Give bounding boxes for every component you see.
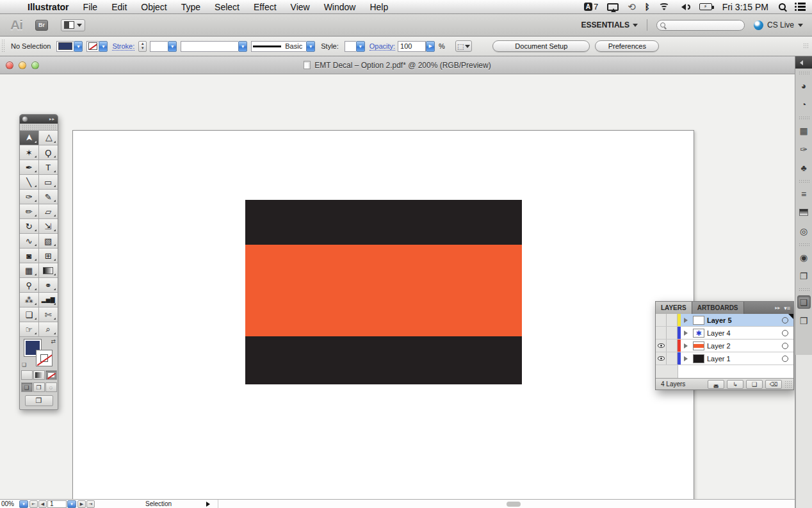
stroke-color-control[interactable]: ▼ (86, 41, 108, 52)
wifi-menu[interactable] (659, 3, 669, 11)
new-layer-button[interactable]: ❑ (746, 380, 763, 389)
lock-toggle[interactable] (667, 352, 678, 365)
transparency-panel-icon[interactable]: ◎ (797, 224, 811, 238)
dock-grip[interactable] (799, 243, 809, 247)
bluetooth-menu[interactable]: ᛒ (645, 2, 650, 12)
menu-item-illustrator[interactable]: Illustrator (20, 0, 76, 14)
tab-layers[interactable]: LAYERS (656, 302, 692, 314)
brushes-panel-icon[interactable]: ✑ (797, 142, 811, 156)
layer-main[interactable]: ✱Layer 4 (681, 327, 793, 339)
expand-triangle-icon[interactable] (684, 356, 690, 361)
decal-artwork[interactable] (245, 200, 522, 384)
visibility-toggle[interactable] (656, 352, 667, 365)
expand-triangle-icon[interactable] (684, 318, 690, 323)
panel-grip[interactable] (1, 39, 4, 53)
input-source-menu[interactable]: A 7 (584, 2, 598, 12)
stroke-panel-link[interactable]: Stroke: (112, 42, 134, 51)
color-mode-gradient[interactable] (33, 370, 45, 380)
collapse-panel-icon[interactable]: ▸▸ (49, 117, 55, 122)
tool-pen[interactable]: ✒ (20, 160, 39, 175)
tool-direct-selection[interactable]: ▷ (39, 131, 58, 145)
last-artboard-button[interactable]: ⇥ (86, 500, 95, 508)
horizontal-scrollbar[interactable] (218, 500, 795, 508)
color-mode-color[interactable] (21, 370, 33, 380)
layer-row[interactable]: Layer 1 (656, 352, 793, 365)
layer-row[interactable]: Layer 5 (656, 314, 793, 327)
appearance-panel-icon[interactable]: ◉ (797, 250, 811, 264)
artboard-dropdown-button[interactable]: ▼ (67, 500, 76, 508)
decal-bottom-dark-band[interactable] (245, 336, 522, 384)
battery-menu[interactable]: ⚡ (699, 3, 712, 10)
layer-main[interactable]: Layer 1 (681, 352, 793, 365)
width-profile-select[interactable]: ▼ (181, 41, 247, 52)
notification-list-menu[interactable] (795, 3, 806, 11)
tool-eyedropper[interactable]: ⚲ (20, 278, 39, 293)
visibility-toggle[interactable] (656, 340, 667, 352)
stroke-proxy[interactable] (36, 350, 53, 366)
search-input[interactable] (656, 20, 745, 31)
tool-line[interactable]: ╲ (20, 175, 39, 190)
decal-orange-band[interactable] (245, 245, 522, 336)
menu-item-type[interactable]: Type (174, 0, 207, 14)
tool-selection[interactable]: ➤ (20, 131, 39, 145)
symbols-panel-icon[interactable]: ♣ (797, 161, 811, 174)
visibility-toggle[interactable] (656, 327, 667, 339)
time-machine-menu[interactable]: ⟲ (628, 1, 636, 13)
volume-menu[interactable] (678, 4, 690, 10)
prev-artboard-button[interactable]: ◀ (38, 500, 47, 508)
color-guide-panel-icon[interactable]: ◔ (797, 97, 811, 111)
layer-name[interactable]: Layer 5 (707, 316, 779, 324)
dock-header[interactable] (795, 56, 812, 69)
layers-panel-icon[interactable]: ❏ (797, 295, 811, 309)
stroke-weight-stepper[interactable]: ▲▼ (138, 41, 147, 52)
mode-draw-behind[interactable]: ❐ (33, 382, 45, 392)
opacity-field[interactable]: 100 (398, 41, 426, 52)
graphic-style-select[interactable]: ▼ (345, 41, 365, 52)
spotlight-menu[interactable] (779, 3, 786, 10)
screen-mode-button[interactable]: ❐ (25, 395, 53, 406)
tool-shape-builder[interactable]: ◙ (20, 249, 39, 263)
menu-item-object[interactable]: Object (134, 0, 174, 14)
layer-target-circle[interactable] (782, 343, 788, 349)
mode-draw-inside[interactable]: ◌ (45, 382, 57, 392)
panel-close-knob[interactable] (22, 117, 28, 122)
layer-target-circle[interactable] (782, 356, 788, 362)
opacity-panel-link[interactable]: Opacity: (369, 42, 395, 51)
expand-triangle-icon[interactable] (684, 343, 690, 348)
layer-row[interactable]: ✱Layer 4 (656, 327, 793, 340)
make-clipping-mask-button[interactable]: ◛ (708, 380, 724, 389)
lock-toggle[interactable] (667, 340, 678, 352)
layer-row[interactable]: Layer 2 (656, 340, 793, 352)
tool-free-transform[interactable]: ▧ (39, 234, 58, 249)
scrollbar-thumb[interactable] (507, 502, 521, 507)
isolate-selected-object-button[interactable]: ⬚ (455, 40, 472, 52)
bridge-button[interactable]: Br (35, 20, 48, 31)
next-artboard-button[interactable]: ▶ (77, 500, 86, 508)
dock-grip[interactable] (799, 71, 809, 75)
tool-lasso[interactable]: Ϙ (39, 145, 58, 160)
stroke-weight-select[interactable]: ▼ (150, 41, 177, 52)
brush-definition-select[interactable]: Basic ▼ (251, 41, 315, 52)
menu-item-window[interactable]: Window (317, 0, 363, 14)
preferences-button[interactable]: Preferences (595, 40, 659, 52)
menu-item-view[interactable]: View (284, 0, 317, 14)
dock-grip[interactable] (799, 288, 809, 291)
mode-draw-normal[interactable]: ❏ (21, 382, 33, 392)
menu-item-file[interactable]: File (76, 0, 105, 14)
tool-gradient[interactable]: ■ (39, 263, 58, 278)
dock-grip[interactable] (799, 179, 809, 183)
delete-layer-button[interactable]: ⌫ (765, 380, 782, 389)
fill-color-control[interactable]: ▼ (56, 41, 83, 52)
color-panel-icon[interactable]: ◕ (797, 79, 811, 92)
gradient-panel-icon[interactable] (797, 206, 811, 219)
stroke-panel-icon[interactable]: ≡ (797, 187, 811, 201)
tool-rectangle[interactable]: ▭ (39, 175, 58, 190)
document-setup-button[interactable]: Document Setup (492, 40, 590, 52)
lock-toggle[interactable] (667, 327, 678, 339)
layer-name[interactable]: Layer 2 (707, 342, 779, 350)
tool-paintbrush[interactable]: ✑ (20, 190, 39, 204)
tool-eraser[interactable]: ▱ (39, 204, 58, 219)
tool-perspective-grid[interactable]: ⊞ (39, 249, 58, 263)
status-menu-icon[interactable] (206, 502, 213, 507)
swap-fill-stroke-icon[interactable]: ⇄ (51, 338, 56, 345)
